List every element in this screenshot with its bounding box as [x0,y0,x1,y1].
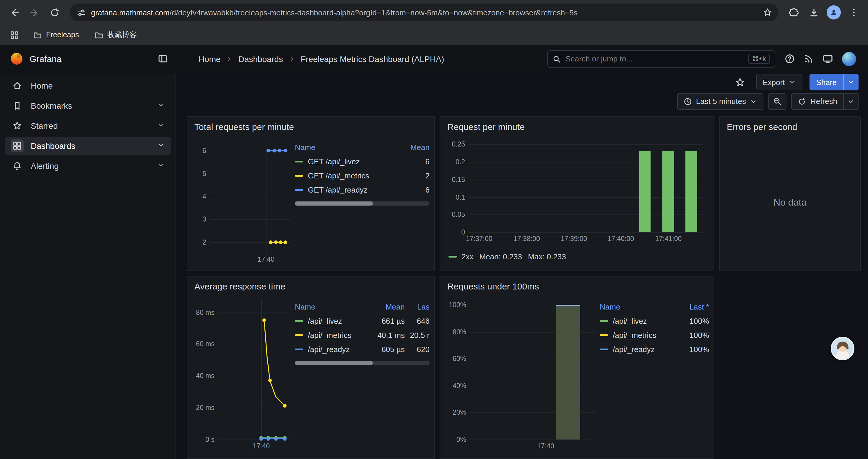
downloads-button[interactable] [804,3,823,22]
legend-last-value: 620 [405,345,430,354]
url-bar[interactable]: grafana.mathmast.com/d/deytv4rwavabkb/fr… [70,4,778,21]
legend-header-name[interactable]: Name [600,302,680,311]
panel-left-toggle-icon[interactable] [158,54,168,64]
legend-header-mean[interactable]: Mean [367,302,405,311]
gridline [469,144,703,145]
legend-series-label[interactable]: GET /api/_metrics [295,171,398,180]
sidebar-item-dashboards[interactable]: Dashboards [5,137,171,155]
refresh-interval-button[interactable] [844,93,859,110]
legend-header-last[interactable]: Last * [680,302,709,311]
y-axis-label: 20 ms [192,405,215,412]
series-color-swatch [295,348,303,350]
legend-series-label[interactable]: GET /api/_readyz [295,185,398,194]
y-axis-label: 4 [192,193,206,200]
rss-news-icon[interactable] [804,54,814,64]
legend-series-label[interactable]: /api/_livez [295,316,367,325]
legend-header-name[interactable]: Name [295,302,367,311]
legend-value: 2 [398,171,430,180]
chevron-down-icon [847,98,855,105]
legend-series-label[interactable]: GET /api/_livez [295,157,398,166]
series-name: /api/_livez [308,316,342,325]
breadcrumb-home[interactable]: Home [198,54,221,64]
forward-button[interactable] [25,3,44,22]
monitor-icon[interactable] [823,54,833,64]
breadcrumb-dashboards[interactable]: Dashboards [239,54,283,64]
panel-title[interactable]: Requests under 100ms [440,276,714,294]
bookmark-item-freeleaps[interactable]: Freeleaps [28,28,84,42]
share-button[interactable]: Share [810,74,843,91]
panel-title[interactable]: Average response time [187,276,434,294]
sidebar-item-bookmarks[interactable]: Bookmarks [5,97,171,114]
user-avatar[interactable] [842,52,856,66]
legend-table: Name Last * /api/_livez 100% /api/_metri… [600,295,709,455]
panel-total-requests: Total requests per minute 2345617:40 Nam… [187,117,435,271]
export-button[interactable]: Export [756,74,802,91]
share-menu-button[interactable] [843,74,859,91]
panel-title[interactable]: Request per minute [440,117,714,134]
legend-series-label[interactable]: /api/_readyz [600,345,680,354]
help-icon[interactable] [785,54,795,64]
bar-chart[interactable]: 00.050.10.150.20.2517:37:0017:38:0017:39… [445,135,709,248]
panel-title[interactable]: Total requests per minute [187,117,434,134]
legend-scrollbar[interactable] [295,361,430,365]
series-color-swatch [295,320,303,322]
reload-button[interactable] [45,3,64,22]
grafana-logo[interactable] [9,52,24,66]
series-color-swatch [295,174,303,176]
browser-profile-avatar[interactable] [824,3,843,22]
scrollbar-thumb[interactable] [295,361,373,365]
floating-avatar-widget[interactable] [831,337,855,360]
legend-last-value: 20.5 r [405,330,430,339]
clock-icon [684,97,692,106]
time-range-picker[interactable]: Last 5 minutes [677,93,764,110]
series-name: GET /api/_livez [308,157,360,166]
legend-series-label[interactable]: /api/_livez [600,316,680,325]
refresh-button[interactable]: Refresh [792,93,844,110]
y-axis-label: 3 [192,217,206,223]
bookmark-star-icon[interactable] [759,4,776,21]
legend-mean: Mean: 0.233 [479,252,522,261]
legend-scrollbar[interactable] [295,201,430,205]
y-axis-label: 80 ms [192,309,215,316]
browser-menu-dots-icon[interactable] [844,3,863,22]
bar-chart[interactable]: 0%20%40%60%80%100%17:40 [445,295,600,455]
folder-icon [94,30,103,39]
chevron-down-icon[interactable] [157,101,165,110]
bookmark-item-blog[interactable]: 收藏博客 [90,28,142,42]
legend-header-last[interactable]: Las [405,302,430,311]
y-axis-label: 60 ms [192,341,215,348]
legend-header-name[interactable]: Name [295,143,398,152]
extensions-puzzle-icon[interactable] [784,3,803,22]
legend-value: 6 [398,185,430,194]
chart-bar [662,150,674,232]
favorite-star-button[interactable] [731,74,749,91]
scrollbar-thumb[interactable] [295,201,373,205]
sidebar-item-starred[interactable]: Starred [5,117,171,135]
legend-header-mean[interactable]: Mean [398,143,430,152]
zoom-out-button[interactable] [769,93,787,110]
back-button[interactable] [5,3,24,22]
search-input[interactable] [565,54,743,63]
sidebar-item-alerting[interactable]: Alerting [5,157,171,175]
apps-grid-icon[interactable] [6,27,23,43]
sidebar-item-home[interactable]: Home [5,77,171,95]
chevron-down-icon[interactable] [157,161,165,171]
site-info-tune-icon[interactable] [77,8,86,17]
chevron-down-icon[interactable] [157,121,165,131]
legend-series-label[interactable]: /api/_metrics [600,330,680,339]
gridline [469,232,703,233]
timeseries-chart[interactable]: 2345617:40 [192,135,295,267]
legend-series-label[interactable]: /api/_readyz [295,345,367,354]
search-icon [553,55,561,63]
panel-title[interactable]: Errors per second [720,117,860,134]
gridline [218,439,290,440]
share-split-button: Share [810,74,859,91]
series-name: /api/_readyz [613,345,655,354]
timeseries-chart[interactable]: 0 s20 ms40 ms60 ms80 ms17:40 [192,295,295,455]
legend-series-label[interactable]: /api/_metrics [295,330,367,339]
y-axis-label: 0.1 [445,194,465,201]
legend-series-label[interactable]: 2xx [448,252,473,261]
search-box[interactable]: ⌘+k [547,50,775,68]
legend-last-value: 100% [680,330,709,339]
chevron-down-icon[interactable] [157,141,165,151]
